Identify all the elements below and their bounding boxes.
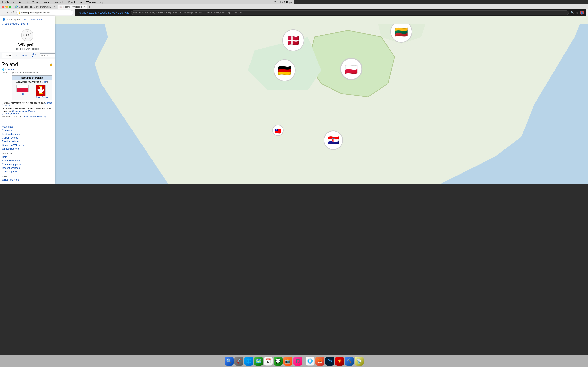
infobox-title: Republic of Poland xyxy=(12,76,52,80)
wiki-wordmark: Wikipedia xyxy=(18,42,36,48)
create-account-link[interactable]: Create account xyxy=(2,22,18,25)
navbar: ‹ › ↺ 🔒 en.wikipedia.org/wiki/Poland Pol… xyxy=(0,9,294,16)
wiki-logo[interactable]: Ω xyxy=(21,29,34,42)
tab-read[interactable]: Read xyxy=(21,53,30,58)
menubar:  Chrome File Edit View History Bookmark… xyxy=(0,0,294,4)
geo-map-link[interactable]: Map xyxy=(124,11,130,14)
contributions-link[interactable]: Contributions xyxy=(28,18,43,21)
log-in-link[interactable]: Log in xyxy=(21,22,28,25)
user-icon: 👤 xyxy=(2,18,6,21)
wiki-sidebar: Main page Contents Featured content Curr… xyxy=(0,123,54,183)
new-tab-button[interactable]: + xyxy=(88,5,91,8)
interaction-section-title: Interaction xyxy=(2,152,52,155)
wiki-login-header: 👤 Not logged in Talk Contributions Creat… xyxy=(0,16,54,27)
wikipedia-panel: 👤 Not logged in Talk Contributions Creat… xyxy=(0,16,54,184)
menu-edit[interactable]: Edit xyxy=(25,1,29,4)
wiki-logo-area: Ω Wikipedia The Free Encyclopedia xyxy=(0,27,54,52)
map-container: 🇸🇪 🇩🇰 🇩🇪 🇵🇱 🇱🇹 🇹🇼 xyxy=(54,24,294,184)
traffic-lights xyxy=(2,6,11,8)
svg-text:Ω: Ω xyxy=(26,33,29,37)
geo-map-url-bar[interactable]: My%20World%20Survey%20Geo%20Map?width=78… xyxy=(131,10,294,15)
tab-wikipedia-title: Poland - Wikipedia xyxy=(63,6,82,8)
sidebar-item-contents[interactable]: Contents xyxy=(2,129,52,132)
infobox-images: Flag xyxy=(12,83,52,100)
menu-window[interactable]: Window xyxy=(86,1,95,4)
tab-more[interactable]: More ▾ xyxy=(30,52,39,59)
flag-white xyxy=(17,85,28,89)
menu-bookmarks[interactable]: Bookmarks xyxy=(52,1,65,4)
maximize-button[interactable] xyxy=(9,6,11,8)
reload-button[interactable]: ↺ xyxy=(10,10,15,15)
flag-image xyxy=(16,85,29,92)
rzeczpospolita-link[interactable]: Rzeczpospolita Polska (disambiguation) xyxy=(2,110,35,115)
svg-rect-8 xyxy=(42,86,42,87)
back-button[interactable]: ‹ xyxy=(2,10,4,15)
tab-article[interactable]: Article xyxy=(2,53,12,58)
polish-link[interactable]: Polish xyxy=(41,81,47,83)
address-bar[interactable]: 🔒 en.wikipedia.org/wiki/Poland xyxy=(16,10,73,15)
coordinates-link[interactable]: 52°N 20°E xyxy=(5,68,15,71)
svg-rect-7 xyxy=(41,85,41,86)
titlebar: 🌍 Geo Map - R JM Programming ... ✕ 📖 Pol… xyxy=(0,4,294,9)
flag-caption[interactable]: Flag xyxy=(16,93,29,95)
coa-caption[interactable]: Coat of arms xyxy=(36,96,48,99)
menu-help[interactable]: Help xyxy=(99,1,104,4)
url-text: en.wikipedia.org/wiki/Poland xyxy=(21,11,50,14)
sidebar-item-wiki-store[interactable]: Wikipedia store xyxy=(2,147,52,151)
menu-people[interactable]: People xyxy=(68,1,76,4)
menu-history[interactable]: History xyxy=(41,1,49,4)
tab-geomap-title: Geo Map - R JM Programming ... xyxy=(19,6,52,8)
tab-talk[interactable]: Talk xyxy=(12,53,20,58)
close-button[interactable] xyxy=(2,6,4,8)
svg-rect-6 xyxy=(39,86,40,87)
talk-link[interactable]: Talk xyxy=(22,18,27,21)
sidebar-item-community-portal[interactable]: Community portal xyxy=(2,162,52,166)
security-lock-icon: 🔒 xyxy=(18,11,21,14)
geo-map-area[interactable]: 🇸🇪 🇩🇰 🇩🇪 🇵🇱 🇱🇹 🇹🇼 xyxy=(54,16,294,184)
article-from: From Wikipedia, the free encyclopedia xyxy=(2,71,52,74)
sidebar-item-contact[interactable]: Contact page xyxy=(2,170,52,174)
article-lock-icon: 🔒 xyxy=(49,63,52,66)
wiki-tabs: Article Talk Read More ▾ 🔍 xyxy=(0,52,54,59)
tab-geomap-close[interactable]: ✕ xyxy=(53,6,55,8)
svg-text:🇩🇰: 🇩🇰 xyxy=(287,34,294,47)
wiki-tagline: The Free Encyclopedia xyxy=(16,48,39,50)
clock: Fri 8:41 pm xyxy=(280,1,292,4)
menu-chrome[interactable]: Chrome xyxy=(5,1,15,4)
article-title: Poland xyxy=(2,61,18,67)
sidebar-item-random-article[interactable]: Random article xyxy=(2,140,52,143)
sidebar-item-recent-changes[interactable]: Recent changes xyxy=(2,166,52,170)
menu-file[interactable]: File xyxy=(17,1,22,4)
wiki-search-box[interactable]: 🔍 xyxy=(40,53,54,58)
search-input[interactable] xyxy=(40,54,54,57)
coat-of-arms-image xyxy=(36,85,45,96)
sidebar-item-what-links[interactable]: What links here xyxy=(2,178,52,182)
sidebar-item-current-events[interactable]: Current events xyxy=(2,136,52,140)
tab-wikipedia-close[interactable]: ✕ xyxy=(84,6,85,8)
tab-geomap[interactable]: 🌍 Geo Map - R JM Programming ... ✕ xyxy=(13,5,57,9)
map-svg: 🇸🇪 🇩🇰 🇩🇪 🇵🇱 🇱🇹 🇹🇼 xyxy=(54,24,294,184)
minimize-button[interactable] xyxy=(5,6,8,8)
not-logged-in-text: Not logged in xyxy=(7,18,21,21)
wiki-article: Poland 🔒 🌐 52°N 20°E From Wikipedia, the… xyxy=(0,59,54,121)
main-content: 👤 Not logged in Talk Contributions Creat… xyxy=(0,16,294,184)
svg-rect-5 xyxy=(40,86,42,87)
flag-red xyxy=(17,89,28,92)
forward-button[interactable]: › xyxy=(6,10,9,15)
menu-view[interactable]: View xyxy=(32,1,38,4)
battery-status: 53% xyxy=(273,1,277,4)
tools-section-title: Tools xyxy=(2,175,52,178)
poland-disambig-link[interactable]: Poland (disambiguation) xyxy=(22,115,46,118)
sidebar-item-featured-content[interactable]: Featured content xyxy=(2,132,52,136)
sidebar-item-main-page[interactable]: Main page xyxy=(2,125,52,129)
tab-geomap-favicon: 🌍 xyxy=(15,5,18,8)
menu-tab[interactable]: Tab xyxy=(79,1,83,4)
polska-dance-link[interactable]: Polska (dance) xyxy=(2,101,52,106)
browser-window: 🌍 Geo Map - R JM Programming ... ✕ 📖 Pol… xyxy=(0,4,294,184)
sidebar-item-about[interactable]: About Wikipedia xyxy=(2,159,52,162)
apple-menu[interactable]:  xyxy=(2,0,3,4)
sidebar-item-help[interactable]: Help xyxy=(2,155,52,159)
hatnote-3: For other uses, see Poland (disambiguati… xyxy=(2,115,52,118)
sidebar-item-donate[interactable]: Donate to Wikipedia xyxy=(2,143,52,147)
tab-wikipedia[interactable]: 📖 Poland - Wikipedia ✕ xyxy=(58,5,87,9)
